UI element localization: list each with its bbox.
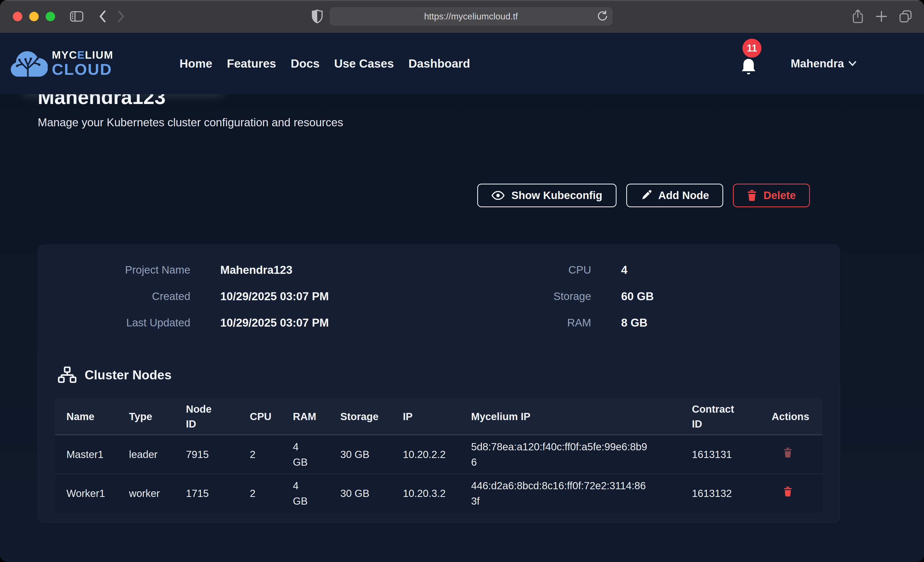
- tab-overview-icon[interactable]: [899, 10, 912, 23]
- nav-link-use-cases[interactable]: Use Cases: [334, 57, 394, 70]
- table-header-row: Name Type Node ID CPU RAM Storage IP Myc…: [55, 399, 822, 435]
- cell-contract-id: 1613132: [692, 474, 772, 513]
- cluster-actions: Show Kubeconfig Add Node Delete: [38, 184, 840, 207]
- chevron-down-icon: [849, 61, 856, 66]
- cluster-info-left: Project Name Mahendra123 Created 10/29/2…: [38, 263, 439, 342]
- cell-actions: [772, 435, 822, 474]
- eye-icon: [491, 191, 505, 200]
- browser-toolbar: https://myceliumcloud.tf: [0, 0, 924, 33]
- minimize-window-button[interactable]: [29, 12, 39, 21]
- safari-window: https://myceliumcloud.tf: [0, 0, 924, 562]
- trash-icon: [783, 447, 792, 458]
- add-node-button[interactable]: Add Node: [626, 184, 723, 207]
- cell-cpu: 2: [250, 474, 293, 513]
- trash-icon: [783, 486, 792, 497]
- share-icon[interactable]: [852, 9, 864, 24]
- cell-cpu: 2: [250, 435, 293, 474]
- info-row-created: Created 10/29/2025 03:07 PM: [38, 289, 439, 303]
- cluster-info: Project Name Mahendra123 Created 10/29/2…: [38, 263, 840, 342]
- col-cpu: CPU: [250, 399, 293, 435]
- info-row-last-updated: Last Updated 10/29/2025 03:07 PM: [38, 315, 439, 330]
- cluster-details-panel: Project Name Mahendra123 Created 10/29/2…: [38, 245, 840, 523]
- cell-ram: 4 GB: [293, 474, 340, 513]
- cell-node-id: 1715: [186, 474, 250, 513]
- back-icon[interactable]: [99, 10, 106, 23]
- cell-contract-id: 1613131: [692, 435, 772, 474]
- col-ip: IP: [403, 399, 471, 435]
- col-type: Type: [129, 399, 186, 435]
- cluster-nodes-header: Cluster Nodes: [38, 366, 840, 384]
- url-text: https://myceliumcloud.tf: [424, 11, 518, 21]
- cell-storage: 30 GB: [340, 435, 403, 474]
- reload-icon[interactable]: [596, 10, 608, 22]
- notification-count-badge: 11: [742, 39, 761, 58]
- bell-icon: [740, 58, 757, 76]
- nav-link-features[interactable]: Features: [227, 57, 276, 70]
- col-name: Name: [55, 399, 129, 435]
- cell-ip: 10.20.2.2: [403, 435, 471, 474]
- page-subtitle: Manage your Kubernetes cluster configura…: [38, 116, 840, 129]
- col-actions: Actions: [772, 399, 822, 435]
- cell-ip: 10.20.3.2: [403, 474, 471, 513]
- forward-icon[interactable]: [117, 10, 125, 23]
- zoom-window-button[interactable]: [46, 12, 55, 21]
- info-row-storage: Storage 60 GB: [439, 289, 840, 303]
- mycelium-cloud-logo-icon: [9, 46, 48, 81]
- close-window-button[interactable]: [13, 12, 22, 21]
- info-row-ram: RAM 8 GB: [439, 315, 840, 330]
- show-kubeconfig-button[interactable]: Show Kubeconfig: [477, 184, 616, 207]
- nav-link-docs[interactable]: Docs: [291, 57, 320, 70]
- user-menu[interactable]: Mahendra: [789, 57, 858, 70]
- col-node-id: Node ID: [186, 399, 250, 435]
- table-row: Worker1 worker 1715 2 4 GB 30 GB 10.20.3…: [55, 474, 822, 513]
- delete-node-button[interactable]: [772, 486, 792, 497]
- trash-icon: [747, 190, 757, 201]
- delete-node-button[interactable]: [772, 447, 792, 458]
- user-name: Mahendra: [790, 57, 844, 70]
- table-row: Master1 leader 7915 2 4 GB 30 GB 10.20.2…: [55, 435, 822, 474]
- col-mycelium-ip: Mycelium IP: [471, 399, 692, 435]
- cell-name: Master1: [55, 435, 129, 474]
- network-nodes-icon: [58, 366, 76, 383]
- cell-type: worker: [129, 474, 186, 513]
- info-row-cpu: CPU 4: [439, 263, 840, 277]
- privacy-shield-icon[interactable]: [312, 9, 323, 23]
- cell-mycelium-ip: 446:d2a6:8bcd:8c16:ff0f:72e2:3114:863f: [471, 474, 692, 513]
- delete-cluster-button[interactable]: Delete: [733, 184, 810, 207]
- cell-actions: [772, 474, 822, 513]
- address-bar[interactable]: https://myceliumcloud.tf: [330, 7, 613, 25]
- nav-link-dashboard[interactable]: Dashboard: [408, 57, 470, 70]
- cell-storage: 30 GB: [340, 474, 403, 513]
- site-navbar: MYCELIUM CLOUD Home Features Docs Use Ca…: [0, 33, 924, 94]
- nav-links: Home Features Docs Use Cases Dashboard: [180, 57, 470, 70]
- cell-node-id: 7915: [186, 435, 250, 474]
- col-contract-id: Contract ID: [692, 399, 772, 435]
- col-ram: RAM: [293, 399, 340, 435]
- cluster-page: Mahendra123 Manage your Kubernetes clust…: [0, 87, 924, 523]
- traffic-lights: [13, 12, 55, 21]
- col-storage: Storage: [340, 399, 403, 435]
- brand-wordmark: MYCELIUM CLOUD: [52, 50, 113, 77]
- cell-name: Worker1: [55, 474, 129, 513]
- brand-logo[interactable]: MYCELIUM CLOUD: [9, 46, 113, 81]
- cell-mycelium-ip: 5d8:78ea:a120:f40c:ff0f:a5fe:99e6:8b96: [471, 435, 692, 474]
- cluster-nodes-table: Name Type Node ID CPU RAM Storage IP Myc…: [55, 399, 822, 513]
- cell-ram: 4 GB: [293, 435, 340, 474]
- cluster-nodes-title: Cluster Nodes: [85, 368, 172, 383]
- cluster-info-right: CPU 4 Storage 60 GB RAM 8 GB: [439, 263, 840, 342]
- notifications-button[interactable]: 11: [739, 58, 758, 76]
- info-row-project-name: Project Name Mahendra123: [38, 263, 439, 277]
- nav-link-home[interactable]: Home: [180, 57, 212, 70]
- pencil-icon: [640, 190, 652, 201]
- cell-type: leader: [129, 435, 186, 474]
- sidebar-toggle-icon[interactable]: [70, 11, 83, 22]
- new-tab-icon[interactable]: [875, 10, 888, 22]
